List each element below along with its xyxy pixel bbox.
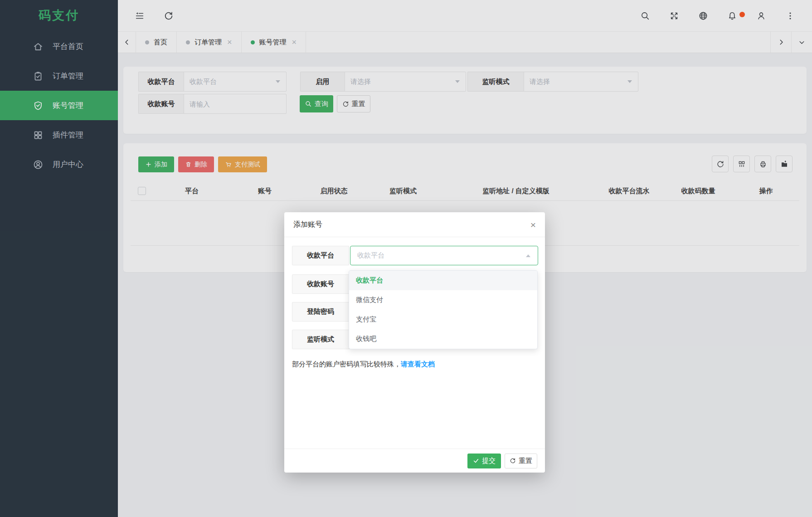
modal-note: 部分平台的账户密码填写比较特殊，请查看文档 [292,360,435,369]
modal-header: 添加账号 × [284,212,545,237]
modal-reset-button[interactable]: 重置 [505,454,537,468]
modal-listen-mode-label: 监听模式 [292,330,349,349]
select-placeholder: 收款平台 [357,251,384,260]
modal-platform-label: 收款平台 [292,246,349,265]
dropdown-option-alipay[interactable]: 支付宝 [349,310,537,329]
modal-platform-row: 收款平台 收款平台 [292,246,538,265]
modal-account-label: 收款账号 [292,274,349,294]
modal-footer: 提交 重置 [284,449,545,473]
view-docs-link[interactable]: 请查看文档 [401,360,435,368]
modal-title: 添加账号 [293,220,322,229]
refresh-icon [510,458,516,464]
platform-select-dropdown: 收款平台 微信支付 支付宝 收钱吧 [349,270,538,349]
caret-up-icon [525,254,531,258]
check-icon [473,458,479,464]
dropdown-option-shouqianba[interactable]: 收钱吧 [349,329,537,349]
modal-platform-select[interactable]: 收款平台 [350,246,538,265]
dropdown-option-platform[interactable]: 收款平台 [349,271,537,290]
dropdown-option-wechat-pay[interactable]: 微信支付 [349,290,537,310]
submit-button[interactable]: 提交 [467,454,501,468]
note-text: 部分平台的账户密码填写比较特殊， [292,360,401,368]
modal-password-label: 登陆密码 [292,302,349,322]
close-icon[interactable]: × [530,220,536,229]
